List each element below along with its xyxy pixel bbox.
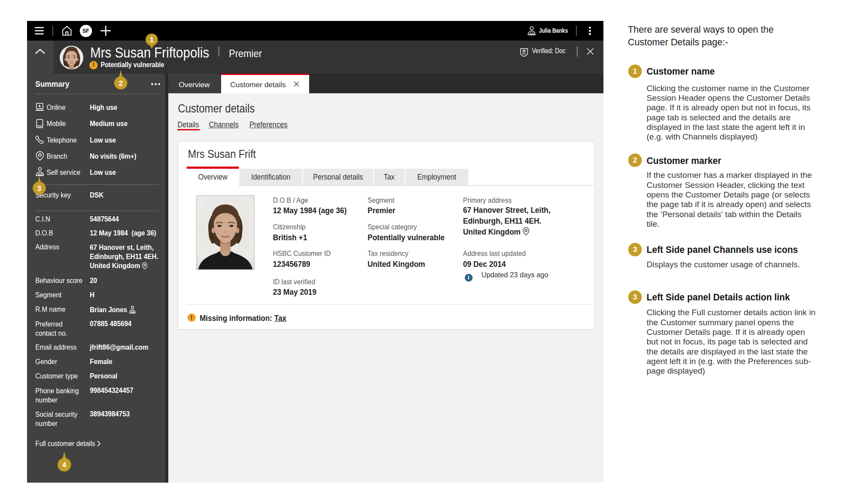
svg-text:1: 1 bbox=[150, 36, 153, 44]
svg-text:4: 4 bbox=[62, 461, 67, 469]
svg-text:2: 2 bbox=[119, 79, 123, 88]
svg-text:3: 3 bbox=[37, 184, 41, 193]
